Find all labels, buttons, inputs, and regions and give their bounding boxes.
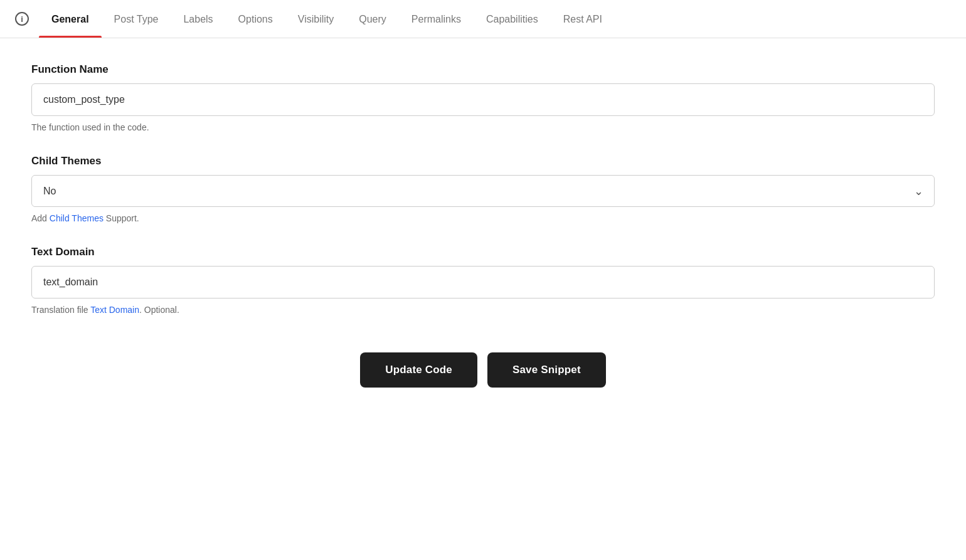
tab-post-type[interactable]: Post Type bbox=[102, 0, 171, 38]
tab-query[interactable]: Query bbox=[346, 0, 399, 38]
child-themes-label: Child Themes bbox=[31, 155, 935, 167]
button-row: Update Code Save Snippet bbox=[31, 352, 935, 388]
tab-options[interactable]: Options bbox=[226, 0, 285, 38]
function-name-group: Function Name The function used in the c… bbox=[31, 63, 935, 132]
child-themes-group: Child Themes No Yes ⌄ Add Child Themes S… bbox=[31, 155, 935, 223]
function-name-label: Function Name bbox=[31, 63, 935, 76]
child-themes-link[interactable]: Child Themes bbox=[50, 213, 104, 223]
function-name-hint: The function used in the code. bbox=[31, 122, 935, 132]
child-themes-select-wrapper: No Yes ⌄ bbox=[31, 175, 935, 207]
tab-general[interactable]: General bbox=[39, 0, 102, 38]
info-icon[interactable]: i bbox=[15, 12, 29, 26]
child-themes-hint: Add Child Themes Support. bbox=[31, 213, 935, 223]
update-code-button[interactable]: Update Code bbox=[360, 352, 477, 388]
main-content: Function Name The function used in the c… bbox=[0, 38, 966, 425]
function-name-input[interactable] bbox=[31, 83, 935, 116]
tab-bar: i General Post Type Labels Options Visib… bbox=[0, 0, 966, 38]
child-themes-select[interactable]: No Yes bbox=[31, 175, 935, 207]
text-domain-group: Text Domain Translation file Text Domain… bbox=[31, 246, 935, 315]
tab-visibility[interactable]: Visibility bbox=[285, 0, 347, 38]
text-domain-label: Text Domain bbox=[31, 246, 935, 258]
tab-capabilities[interactable]: Capabilities bbox=[474, 0, 551, 38]
text-domain-input[interactable] bbox=[31, 266, 935, 298]
text-domain-hint: Translation file Text Domain. Optional. bbox=[31, 305, 935, 315]
tab-rest-api[interactable]: Rest API bbox=[551, 0, 615, 38]
tab-labels[interactable]: Labels bbox=[171, 0, 225, 38]
save-snippet-button[interactable]: Save Snippet bbox=[487, 352, 606, 388]
tab-permalinks[interactable]: Permalinks bbox=[399, 0, 474, 38]
text-domain-link[interactable]: Text Domain bbox=[90, 305, 139, 315]
